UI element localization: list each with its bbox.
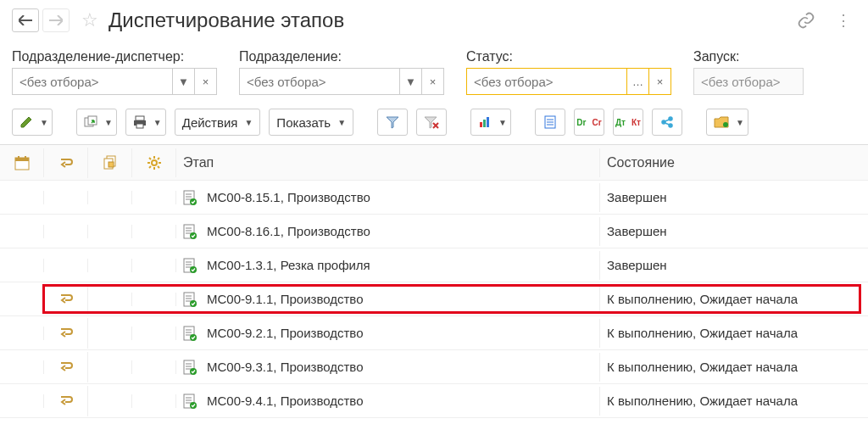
cell-state: Завершен [600,183,868,211]
col-stage-header[interactable]: Этап [176,148,600,177]
table-row[interactable]: МС00-8.15.1, ПроизводствоЗавершен [0,181,868,215]
link-icon[interactable] [797,11,815,30]
stage-text: МС00-8.15.1, Производство [207,190,370,204]
table-row[interactable]: МС00-9.3.1, ПроизводствоК выполнению, Ож… [0,350,868,384]
cell-calendar [0,191,44,204]
more-menu-icon[interactable]: ⋮ [836,11,851,30]
cell-loop-icon [44,352,88,382]
show-button[interactable]: Показать ▼ [269,109,353,136]
nav-forward-button[interactable] [42,8,70,32]
stage-text: МС00-8.16.1, Производство [207,224,370,238]
cell-multi [88,327,132,340]
document-ok-icon [183,394,197,409]
cell-state: К выполнению, Ожидает начала [600,387,868,415]
cell-gear [132,327,176,340]
stage-text: МС00-9.2.1, Производство [207,326,364,340]
document-ok-icon [183,190,197,205]
stage-text: МС00-1.3.1, Резка профиля [207,258,370,272]
table-row[interactable]: МС00-9.2.1, ПроизводствоК выполнению, Ож… [0,316,868,350]
filter-dispatcher-clear[interactable]: × [195,68,217,95]
filter-status-clear[interactable]: × [649,68,671,95]
folder-button[interactable]: ▼ [706,109,748,136]
svg-rect-7 [487,117,489,127]
table-row[interactable]: МС00-9.4.1, ПроизводствоК выполнению, Ож… [0,384,868,418]
cell-stage: МС00-9.2.1, Производство [176,319,600,348]
svg-line-32 [158,158,159,159]
svg-rect-6 [483,120,486,127]
document-ok-icon [183,292,197,307]
table-row[interactable]: МС00-1.3.1, Резка профиляЗавершен [0,248,868,282]
filter-dispatcher-input[interactable] [12,68,173,95]
cell-loop-icon [44,225,88,238]
col-calendar-icon[interactable] [0,148,44,177]
filter-status-pick[interactable]: … [627,68,649,95]
cell-multi [88,259,132,272]
filter-launch-label: Запуск: [693,49,804,64]
cell-stage: МС00-1.3.1, Резка профиля [176,251,600,280]
refresh-button[interactable]: ▼ [76,109,117,136]
stages-table: Этап Состояние МС00-8.15.1, Производство… [0,144,868,418]
nav-back-button[interactable] [12,8,39,32]
cell-loop-icon [44,318,88,349]
filter-funnel-button[interactable] [377,109,408,136]
cell-stage: МС00-8.16.1, Производство [176,217,600,246]
svg-line-30 [149,158,151,159]
cell-calendar [0,360,44,374]
col-loop-icon[interactable] [44,148,88,178]
drcr-button[interactable]: DrCr [574,109,604,136]
table-row[interactable]: МС00-9.1.1, ПроизводствоК выполнению, Ож… [0,282,868,316]
filter-status-input[interactable] [466,68,627,95]
favorite-star-icon[interactable]: ☆ [81,9,98,31]
cell-multi [88,360,132,374]
cell-multi [88,394,132,408]
cell-loop-icon [44,259,88,272]
filter-division-clear[interactable]: × [422,68,444,95]
filter-division-dropdown[interactable]: ▼ [400,68,422,95]
svg-rect-4 [136,124,143,128]
stage-text: МС00-9.4.1, Производство [207,394,364,408]
filter-division-input[interactable] [239,68,400,95]
col-state-header[interactable]: Состояние [600,148,868,177]
svg-line-33 [149,166,151,168]
actions-button[interactable]: Действия ▼ [175,109,261,136]
cell-gear [132,360,176,374]
svg-line-15 [665,120,669,121]
actions-label: Действия [182,115,238,130]
cell-state: К выполнению, Ожидает начала [600,319,868,347]
svg-rect-2 [136,116,144,120]
col-gear-icon[interactable] [132,148,176,177]
document-ok-icon [183,360,197,375]
svg-rect-19 [15,158,29,161]
cell-loop-icon [44,191,88,204]
stage-text: МС00-9.1.1, Производство [207,292,364,306]
svg-point-25 [152,160,157,165]
document-ok-icon [183,224,197,239]
chart-button[interactable]: ▼ [470,109,511,136]
col-multi-icon[interactable] [88,148,132,177]
cell-gear [132,225,176,238]
cell-state: К выполнению, Ожидает начала [600,353,868,381]
cell-calendar [0,293,44,306]
filter-division-label: Подразделение: [239,49,444,64]
dtkt-button[interactable]: ДтКт [613,109,643,136]
share-button[interactable] [652,109,682,136]
cell-loop-icon [44,386,88,416]
cell-gear [132,259,176,272]
document-ok-icon [183,326,197,341]
edit-button[interactable]: ▼ [12,109,53,136]
filter-dispatcher-dropdown[interactable]: ▼ [173,68,195,95]
cell-stage: МС00-8.15.1, Производство [176,183,600,212]
cell-state: Завершен [600,217,868,245]
cell-state: Завершен [600,251,868,279]
filter-status-label: Статус: [466,49,671,64]
filter-clear-button[interactable] [416,109,447,136]
cell-stage: МС00-9.3.1, Производство [176,353,600,382]
filter-dispatcher-label: Подразделение-диспетчер: [12,49,217,64]
report-list-button[interactable] [535,109,565,136]
table-row[interactable]: МС00-8.16.1, ПроизводствоЗавершен [0,215,868,248]
table-header: Этап Состояние [0,145,868,181]
cell-gear [132,191,176,204]
svg-line-31 [158,166,159,168]
document-ok-icon [183,258,197,273]
print-button[interactable]: ▼ [125,109,166,136]
